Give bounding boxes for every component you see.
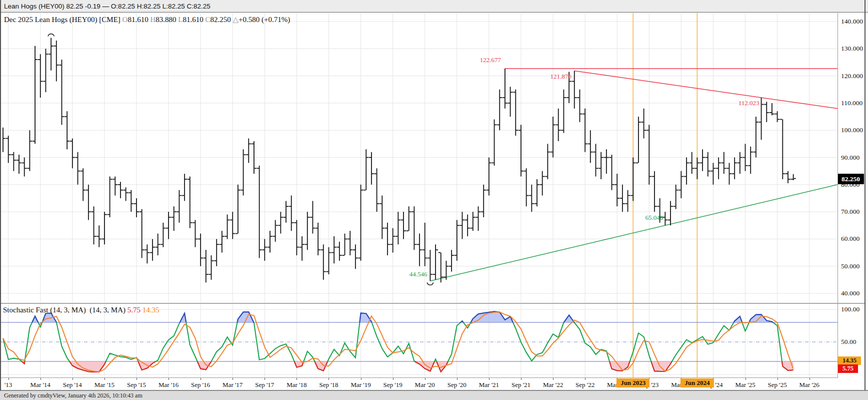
close-value: 82.250	[210, 16, 230, 24]
event-badge[interactable]: Jun 2023	[616, 378, 650, 387]
contract-name: Dec 2025 Lean Hogs (HEY00) [CME]	[4, 16, 120, 24]
time-axis-tick	[457, 378, 458, 380]
time-axis-label: Mar '19	[350, 381, 370, 389]
low-value: 81.610	[182, 16, 203, 24]
time-axis-label: Sep '14	[63, 381, 82, 389]
time-axis-tick	[40, 378, 41, 380]
open-value: 81.610	[128, 16, 148, 24]
time-axis-label: Mar '20	[415, 381, 435, 389]
time-axis-label: Mar '17	[222, 381, 242, 389]
time-axis-tick	[489, 378, 490, 380]
trendline-ascending-support[interactable]	[430, 185, 838, 281]
delta-value: +0.580 (+0.71%)	[238, 16, 290, 24]
price-annotation: 122.677	[480, 56, 501, 64]
status-text: Generated by cmdtyView, January 4th 2026…	[4, 392, 142, 399]
time-axis-tick	[361, 378, 362, 380]
time-axis-label: Sep '22	[576, 381, 594, 389]
time-axis-label: Sep '19	[384, 381, 402, 389]
stochastic-value-badge: 14.35	[838, 356, 861, 365]
stochastic-title: Stochastic Fast (14, 3, MA)	[3, 306, 86, 314]
time-axis-tick	[104, 378, 105, 380]
stochastic-pane[interactable]	[0, 304, 838, 378]
time-axis-tick	[72, 378, 73, 380]
open-label: O	[122, 16, 128, 24]
time-axis-label: Mar '26	[800, 381, 820, 389]
price-axis-border	[838, 13, 838, 378]
time-axis-label: Mar '15	[94, 381, 114, 389]
delta-icon: △	[232, 16, 238, 24]
time-axis-tick	[200, 378, 201, 380]
ohlc-bars	[3, 38, 796, 283]
price-axis-label: 90.000	[841, 154, 860, 162]
chart-frame: Dec 2025 Lean Hogs (HEY00) [CME] O81.610…	[0, 13, 868, 390]
time-axis-tick	[232, 378, 233, 380]
time-axis-tick	[553, 378, 554, 380]
price-axis-label: 130.000	[841, 45, 863, 53]
price-axis-label: 50.000	[841, 262, 860, 270]
pane-separator[interactable]	[0, 303, 864, 304]
status-bar: Generated by cmdtyView, January 4th 2026…	[0, 390, 868, 400]
high-label: H	[150, 16, 156, 24]
time-axis-label: Sep '18	[319, 381, 338, 389]
stochastic-axis-label: 50.00	[841, 338, 856, 346]
drawing-handle-arc[interactable]	[427, 282, 433, 285]
time-axis-tick	[810, 378, 810, 380]
time-axis-label: Sep '20	[448, 381, 466, 389]
time-axis-label: Mar '14	[30, 381, 50, 389]
stochastic-value-badge: 5.75	[838, 364, 858, 373]
time-axis-label: Mar '21	[479, 381, 499, 389]
time-axis-tick	[8, 378, 9, 380]
main-price-pane[interactable]	[0, 13, 838, 303]
price-axis-label: 120.000	[841, 72, 863, 80]
cmdtyview-chart-window: Lean Hogs (HEY00) 82.25 -0.19 — O:82.25 …	[0, 0, 868, 400]
time-axis-label: Mar '18	[286, 381, 306, 389]
time-axis-tick	[585, 378, 586, 380]
price-axis-label: 100.000	[841, 126, 863, 134]
price-axis-label: 110.000	[841, 99, 862, 107]
time-axis-tick	[328, 378, 329, 380]
time-axis-label: '13	[4, 381, 12, 389]
time-axis-tick	[521, 378, 522, 380]
drawing-handle-arc[interactable]	[48, 34, 54, 37]
price-axis-label: 70.000	[841, 208, 860, 216]
time-axis-label: Sep '15	[127, 381, 146, 389]
overbought-fill	[360, 313, 372, 322]
price-annotation: 121.870	[550, 73, 572, 81]
time-axis-label: Sep '17	[255, 381, 274, 389]
stochastic-d-value: 14.35	[142, 306, 160, 314]
window-title-bar: Lean Hogs (HEY00) 82.25 -0.19 — O:82.25 …	[0, 0, 868, 13]
window-title: Lean Hogs (HEY00) 82.25 -0.19 — O:82.25 …	[4, 3, 210, 10]
window-right-border	[864, 0, 866, 390]
price-axis-label: 40.000	[841, 289, 860, 297]
time-axis-tick	[425, 378, 426, 380]
stochastic-legend[interactable]: Stochastic Fast (14, 3, MA) (14, 3, MA) …	[3, 306, 160, 314]
time-axis: '13Mar '14Sep '14Mar '15Sep '15Mar '16Se…	[0, 378, 864, 390]
time-axis-label: Mar '25	[735, 381, 755, 389]
time-axis-label: Sep '16	[191, 381, 210, 389]
stochastic-axis-label: 100.00	[841, 305, 860, 313]
stochastic-k-value: 5.75	[128, 306, 140, 314]
price-axis-label: 60.000	[841, 235, 860, 243]
time-axis-tick	[393, 378, 394, 380]
time-axis-label: Sep '25	[768, 381, 787, 389]
stochastic-params: (14, 3, MA)	[90, 306, 126, 314]
last-price-badge: 82.250	[838, 174, 864, 184]
time-axis-label: Sep '21	[512, 381, 530, 389]
close-label: C	[205, 16, 210, 24]
time-axis-tick	[136, 378, 137, 380]
price-annotation: 112.023	[738, 99, 760, 107]
window-left-border	[0, 0, 1, 390]
time-axis-tick	[264, 378, 265, 380]
high-value: 83.880	[156, 16, 176, 24]
time-axis-label: Mar '16	[158, 381, 178, 389]
time-axis-label: Mar '22	[543, 381, 563, 389]
contract-header: Dec 2025 Lean Hogs (HEY00) [CME] O81.610…	[4, 15, 290, 24]
price-axis-label: 140.000	[841, 18, 863, 26]
time-axis-tick	[296, 378, 297, 380]
time-axis-tick	[168, 378, 169, 380]
event-badge[interactable]: Jun 2024	[680, 378, 714, 387]
time-axis-tick	[746, 378, 746, 380]
price-annotation: 44.546	[410, 270, 428, 278]
price-annotation: 65.048	[646, 214, 664, 222]
time-axis-tick	[778, 378, 778, 380]
